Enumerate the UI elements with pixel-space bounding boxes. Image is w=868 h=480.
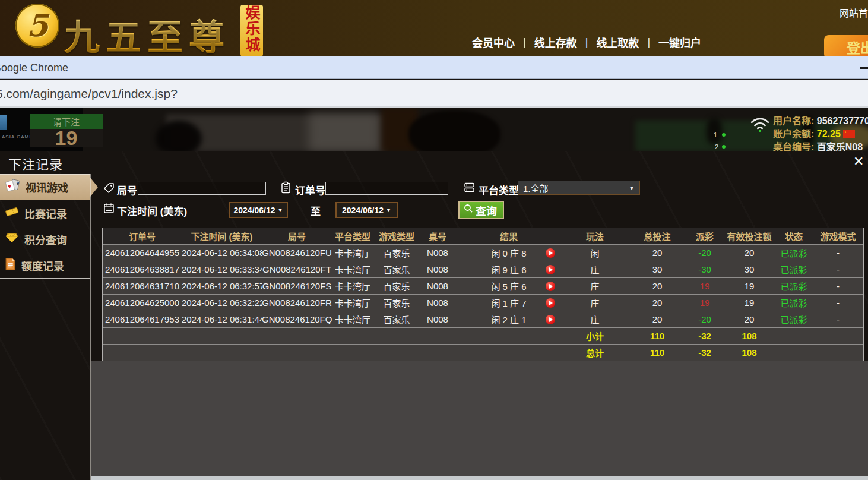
popup-window-title: Google Chrome	[0, 62, 68, 74]
cell-payout: -20	[687, 248, 723, 258]
column-header-6: 桌号	[420, 230, 455, 242]
site-logo-badge: 娱乐城	[240, 5, 263, 56]
replay-icon[interactable]	[546, 282, 555, 291]
cell-game-mode: -	[812, 298, 864, 308]
cell-play-type: 闲	[562, 247, 628, 259]
cell-valid-bet: 20	[723, 248, 776, 258]
total-bet-sum: 110	[628, 348, 687, 358]
horizontal-scrollbar[interactable]	[91, 476, 868, 480]
cell-result: 闲 9 庄 6	[455, 263, 562, 276]
cell-platform: 卡卡湾厅	[332, 313, 373, 326]
provider-logo-fragment	[0, 115, 7, 130]
sidebar-item-3[interactable]: 积分查询	[0, 226, 90, 252]
replay-icon[interactable]	[546, 298, 555, 308]
chevron-down-icon: ▼	[278, 207, 283, 213]
site-logo-text: 九五至尊	[64, 8, 230, 60]
popup-url-text: 6.com/agingame/pcv1/index.jsp?	[0, 87, 178, 101]
cell-result: 闲 1 庄 7	[455, 296, 562, 309]
search-icon	[464, 204, 473, 216]
table-row: 2406120646250002024-06-12 06:32:22GN0082…	[103, 294, 863, 311]
platform-select[interactable]: 1.全部 ▼	[518, 181, 640, 195]
sidebar-item-1[interactable]: 9♥视讯游戏	[0, 174, 90, 200]
popup-titlebar[interactable]	[0, 56, 868, 79]
cell-game-type: 百家乐	[373, 263, 420, 276]
replay-icon[interactable]	[546, 265, 555, 274]
cell-table-number: N008	[420, 264, 455, 274]
cell-total-bet: 20	[628, 281, 687, 291]
tag-icon	[103, 182, 115, 196]
chevron-down-icon: ▼	[386, 207, 391, 213]
cell-order-number: 240612064625000	[103, 298, 182, 308]
cell-status: 已派彩	[776, 313, 812, 326]
user-name-value: 9562737770	[817, 116, 868, 126]
grand-total-row: 总计110-32108	[103, 344, 863, 361]
column-header-8: 玩法	[562, 230, 628, 242]
cell-game-type: 百家乐	[373, 280, 420, 292]
nav-separator: |	[585, 36, 588, 49]
live-game-strip: ASIA GAMING 请下注 19 1 2 用户名称: 9562737770 …	[0, 108, 868, 151]
bet-countdown: 19	[30, 129, 103, 147]
cell-status: 已派彩	[776, 263, 812, 276]
nav-separator: |	[523, 36, 526, 49]
cell-table-number: N008	[420, 248, 455, 258]
order-input[interactable]	[325, 182, 448, 195]
nav-item-2[interactable]: 线上存款	[534, 34, 577, 50]
cell-bet-time: 2024-06-12 06:34:08	[182, 248, 262, 258]
document-icon	[5, 258, 16, 273]
user-name-row: 用户名称: 9562737770	[773, 113, 868, 127]
ticket-icon	[5, 206, 19, 220]
table-row: 2406120646449552024-06-12 06:34:08GN0082…	[103, 244, 863, 261]
cell-platform: 卡卡湾厅	[332, 247, 373, 259]
nav-item-4[interactable]: 一键归户	[658, 34, 701, 50]
cell-platform: 卡卡湾厅	[332, 280, 373, 292]
sidebar-item-2[interactable]: 比赛记录	[0, 200, 90, 226]
table-header-row: 订单号下注时间 (美东)局号平台类型游戏类型桌号结果玩法总投注派彩有效投注额状态…	[103, 228, 863, 244]
cell-platform: 卡卡湾厅	[332, 296, 373, 309]
cell-bet-time: 2024-06-12 06:31:44	[182, 314, 262, 324]
site-header: 5 九五至尊 娱乐城 会员中心|线上存款|线上取款|一键归户 网站首页 登出	[0, 0, 868, 56]
cell-bet-time: 2024-06-12 06:33:34	[182, 264, 262, 274]
column-header-12: 状态	[776, 230, 812, 242]
replay-icon[interactable]	[546, 315, 555, 324]
date-to-picker[interactable]: 2024/06/12▼	[335, 202, 398, 218]
table-row: 2406120646317102024-06-12 06:32:57GN0082…	[103, 277, 863, 294]
cell-total-bet: 20	[628, 314, 687, 324]
table-empty-area	[91, 361, 868, 476]
cell-result: 闲 5 庄 6	[455, 280, 562, 292]
close-icon[interactable]: ✕	[853, 155, 864, 168]
table-row: 2406120646179532024-06-12 06:31:44GN0082…	[103, 311, 863, 327]
cell-payout: 19	[687, 298, 723, 308]
cell-status: 已派彩	[776, 247, 812, 259]
cell-valid-bet: 20	[723, 314, 776, 324]
cell-play-type: 庄	[562, 280, 628, 292]
column-header-5: 游戏类型	[373, 230, 420, 242]
table-row: 2406120646388172024-06-12 06:33:34GN0082…	[103, 261, 863, 277]
cell-table-number: N008	[420, 298, 455, 308]
seat-dot-2	[722, 145, 726, 149]
bet-time-label: 下注时间 (美东)	[117, 203, 187, 218]
platform-icon	[464, 182, 475, 195]
search-button[interactable]: 查询	[458, 201, 504, 219]
cell-valid-bet: 30	[723, 264, 776, 274]
sidebar-item-label: 积分查询	[24, 232, 67, 247]
replay-icon[interactable]	[546, 248, 555, 258]
cell-game-type: 百家乐	[373, 247, 420, 259]
cell-round-number: GN008246120FU	[262, 248, 332, 258]
cell-round-number: GN008246120FT	[262, 264, 332, 274]
nav-item-3[interactable]: 线上取款	[596, 34, 639, 50]
nav-separator: |	[647, 36, 650, 49]
payout-sum: -32	[687, 331, 723, 341]
home-link[interactable]: 网站首页	[840, 5, 868, 20]
date-from-picker[interactable]: 2024/06/12▼	[229, 202, 288, 218]
column-header-4: 平台类型	[332, 230, 373, 242]
sidebar-item-label: 视讯游戏	[26, 179, 68, 195]
nav-item-1[interactable]: 会员中心	[472, 34, 515, 50]
page: 5 九五至尊 娱乐城 会员中心|线上存款|线上取款|一键归户 网站首页 登出 G…	[0, 0, 868, 480]
sidebar-item-4[interactable]: 额度记录	[0, 252, 90, 279]
cell-payout: -20	[687, 314, 723, 324]
table-number-value: 百家乐N08	[817, 142, 863, 151]
minimize-icon[interactable]	[860, 67, 868, 69]
dialog-title: 下注记录	[8, 154, 63, 173]
logout-button[interactable]: 登出	[824, 35, 868, 59]
round-input[interactable]	[138, 182, 266, 195]
